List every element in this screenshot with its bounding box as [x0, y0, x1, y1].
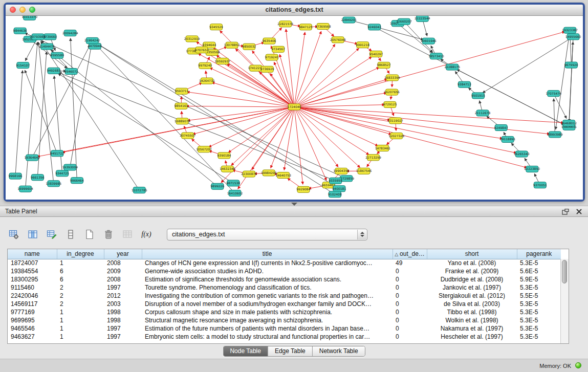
graph-edge[interactable]	[556, 33, 570, 129]
cell-pagerank[interactable]: 5.3E-5	[517, 300, 561, 308]
tab-node-table[interactable]: Node Table	[223, 346, 268, 356]
graph-node[interactable]: 19118891	[500, 136, 516, 142]
cell-name[interactable]: 18300295	[8, 275, 57, 283]
graph-node[interactable]: 9847125	[299, 24, 313, 30]
graph-node[interactable]: 16410602	[227, 190, 243, 196]
graph-edge[interactable]	[386, 68, 390, 73]
graph-node[interactable]: 9899226	[211, 183, 225, 189]
cell-pagerank[interactable]: 5.3E-5	[517, 316, 561, 324]
graph-node[interactable]: 21112678	[475, 110, 491, 116]
table-row[interactable]: 969969511998Structural magnetic resonanc…	[8, 316, 561, 324]
tab-network-table[interactable]: Network Table	[312, 346, 365, 356]
cell-out_degree[interactable]: 0	[393, 316, 427, 324]
graph-node[interactable]: 20312919	[184, 36, 200, 42]
graph-node[interactable]: 20745507	[180, 133, 195, 139]
graph-edge[interactable]	[487, 116, 499, 126]
graph-node[interactable]: 9850032	[242, 43, 256, 50]
cell-title[interactable]: Estimation of significance thresholds fo…	[142, 275, 393, 283]
cell-pagerank[interactable]: 5.6E-5	[517, 267, 561, 275]
graph-node[interactable]: 13119027	[387, 118, 403, 124]
minimize-window-button[interactable]	[19, 7, 26, 13]
graph-edge[interactable]	[297, 57, 372, 105]
cell-year[interactable]: 1997	[104, 324, 142, 333]
cell-short[interactable]: de Silva et al. (2003)	[427, 300, 517, 308]
table-row[interactable]: 977716911998Corpus callosum shape and si…	[8, 308, 561, 316]
graph-node[interactable]: 9370051	[533, 182, 547, 188]
graph-node[interactable]: 22223544	[415, 16, 430, 21]
graph-edge[interactable]	[296, 110, 338, 167]
column-header-in_degree[interactable]: in_degree	[57, 249, 104, 259]
column-header-pagerank[interactable]: pagerank	[517, 249, 561, 259]
cell-short[interactable]: Jankovic et al. (1997)	[427, 283, 517, 292]
graph-edge[interactable]	[71, 38, 77, 178]
column-header-name[interactable]: name	[8, 249, 57, 259]
graph-node[interactable]: 1724040	[288, 104, 301, 110]
cell-short[interactable]: Hescheler et al. (1997)	[427, 333, 517, 341]
table-row[interactable]: 1830029562008Estimation of significance …	[8, 275, 561, 283]
graph-edge[interactable]	[423, 21, 427, 36]
graph-edge[interactable]	[480, 101, 482, 111]
cell-year[interactable]: 1997	[104, 283, 142, 292]
cell-out_degree[interactable]: 0	[393, 308, 427, 316]
graph-node[interactable]: 9344725	[55, 170, 69, 177]
cell-name[interactable]: 22420046	[8, 292, 57, 300]
row-height-button[interactable]	[64, 228, 77, 240]
graph-edge[interactable]	[367, 160, 372, 167]
cell-year[interactable]: 2008	[104, 259, 142, 267]
cell-out_degree[interactable]: 0	[393, 324, 427, 333]
graph-edge[interactable]	[286, 29, 294, 104]
graph-node[interactable]: 11072785	[132, 187, 147, 193]
network-window-titlebar[interactable]: citations_edges.txt	[6, 5, 583, 16]
cell-pagerank[interactable]: 5.5E-5	[517, 292, 561, 300]
graph-edge[interactable]	[297, 107, 550, 134]
graph-node[interactable]: 9679920	[564, 62, 578, 68]
graph-node[interactable]: 16207656	[384, 89, 400, 95]
cell-pagerank[interactable]: 5.3E-5	[517, 259, 561, 267]
graph-node[interactable]: 9154107	[16, 62, 30, 69]
cell-year[interactable]: 2008	[104, 275, 142, 283]
cell-year[interactable]: 1998	[104, 308, 142, 316]
graph-node[interactable]: 14955660	[565, 34, 581, 40]
cell-title[interactable]: Disruption of a novel member of a sodium…	[142, 300, 393, 308]
cell-title[interactable]: Investigating the contribution of common…	[142, 292, 393, 300]
cell-name[interactable]: 9465546	[8, 324, 57, 333]
table-row[interactable]: 2242004622012Investigating the contribut…	[8, 292, 561, 300]
cell-pagerank[interactable]: 5.9E-5	[517, 275, 561, 283]
graph-node[interactable]: 10567207	[196, 146, 212, 152]
graph-node[interactable]: 9968166	[9, 173, 23, 179]
graph-edge[interactable]	[182, 111, 182, 118]
graph-edge[interactable]	[511, 143, 519, 152]
scrollbar-thumb[interactable]	[562, 260, 567, 283]
graph-node[interactable]: 12660207	[396, 18, 412, 25]
graph-edge[interactable]	[525, 158, 530, 166]
graph-node[interactable]: 9335955	[329, 178, 342, 184]
cell-in_degree[interactable]: 1	[57, 259, 104, 267]
column-header-title[interactable]: title	[142, 249, 393, 259]
cell-in_degree[interactable]: 1	[57, 308, 104, 316]
graph-node[interactable]: 17369568	[315, 24, 331, 30]
graph-edge[interactable]	[295, 110, 326, 181]
cell-pagerank[interactable]: 5.3E-5	[517, 308, 561, 316]
graph-node[interactable]: 13078857	[224, 42, 240, 48]
graph-node[interactable]: 22849201	[341, 17, 357, 23]
graph-edge[interactable]	[296, 109, 360, 167]
graph-edge[interactable]	[554, 99, 555, 132]
graph-node[interactable]: 9345529	[209, 24, 223, 30]
edit-table-button[interactable]	[45, 228, 58, 240]
graph-edge[interactable]	[295, 31, 321, 104]
graph-edge[interactable]	[297, 107, 564, 123]
cell-title[interactable]: Estimation of the future numbers of pati…	[142, 324, 393, 333]
cell-out_degree[interactable]: 0	[393, 267, 427, 275]
graph-node[interactable]: 19393004	[62, 164, 78, 170]
table-row[interactable]: 946554611997Estimation of the future num…	[8, 324, 561, 333]
graph-node[interactable]: 9661356	[31, 174, 45, 181]
graph-edge[interactable]	[396, 124, 396, 131]
graph-node[interactable]: 9501915	[471, 93, 485, 99]
column-header-short[interactable]: short	[427, 249, 517, 259]
graph-edge[interactable]	[225, 161, 227, 166]
cell-in_degree[interactable]: 2	[57, 283, 104, 292]
citation-network-graph[interactable]: 1724040972912513119027120273281478346122…	[6, 16, 583, 200]
import-table-button[interactable]	[121, 228, 134, 240]
graph-node[interactable]: 9540297	[369, 51, 383, 57]
graph-edge[interactable]	[209, 108, 292, 147]
